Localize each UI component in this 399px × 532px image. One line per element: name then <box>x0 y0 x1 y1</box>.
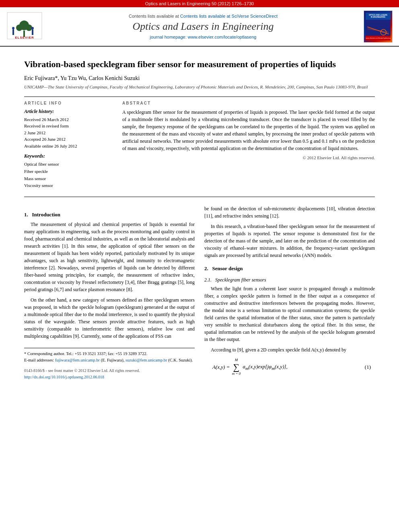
keywords-section: Keywords: Optical fiber sensor Fiber spe… <box>24 153 113 189</box>
formula-right: am(x,y)exp[jφm(x,y)], <box>243 363 288 372</box>
right-column: be found on the detection of sub-microme… <box>204 205 375 380</box>
article-title: Vibration-based specklegram fiber sensor… <box>24 59 375 70</box>
formula-number: (1) <box>365 363 375 371</box>
journal-reference-text: Optics and Lasers in Engineering 50 (201… <box>145 1 254 6</box>
email-label: E-mail addresses: <box>24 358 54 362</box>
intro-para2: On the other hand, a new category of sen… <box>24 296 195 340</box>
authors-text: Eric Fujiwara*, Yu Tzu Wu, Carlos Kenich… <box>24 75 140 81</box>
keyword-1: Optical fiber sensor <box>24 161 113 168</box>
abstract-heading: ABSTRACT <box>122 101 375 105</box>
svg-rect-7 <box>32 29 33 35</box>
email2-name: (C.K. Suzuki). <box>168 358 193 362</box>
svg-point-3 <box>16 25 23 31</box>
svg-text:www.elsevier.com/locate/optlas: www.elsevier.com/locate/optlaseng <box>366 37 391 39</box>
doi-line[interactable]: http://dx.doi.org/10.1016/j.optlaseng.20… <box>24 374 195 380</box>
affiliation: UNICAMP—The State University of Campinas… <box>24 84 375 90</box>
email2[interactable]: suzuki@fem.unicamp.br <box>125 358 167 362</box>
section1-title: Introduction <box>32 212 61 218</box>
section2-number: 2. <box>204 265 208 271</box>
body-divider <box>24 197 375 197</box>
section2-title: Sensor design <box>212 265 243 271</box>
journal-cover-image: OPTICS AND LASERS IN ENGINEERING www.els… <box>364 10 393 43</box>
keyword-4: Viscosity sensor <box>24 182 113 189</box>
footnote-area: * Corresponding author. Tel.: +55 19 352… <box>24 348 195 364</box>
svg-point-8 <box>31 27 34 29</box>
journal-header: ELSEVIER Contents lists available at Con… <box>0 7 399 47</box>
svg-text:OPTICS AND LASERS: OPTICS AND LASERS <box>369 14 387 16</box>
svg-text:IN ENGINEERING: IN ENGINEERING <box>371 16 386 18</box>
journal-title: Optics and Lasers in Engineering <box>47 20 359 33</box>
formula-1: A(x,y) = M ∑ m = 0 am(x,y)exp[jφm(x,y)],… <box>204 357 375 376</box>
article-meta-section: ARTICLE INFO Article history: Received 2… <box>24 101 375 189</box>
section2-1-number: 2.1. <box>204 277 212 283</box>
intro-para1: The measurement of physical and chemical… <box>24 221 195 293</box>
intro-right-para1: be found on the detection of sub-microme… <box>204 205 375 220</box>
header-divider <box>24 97 375 97</box>
bottom-bar: 0143-8166/$ - see front matter © 2012 El… <box>24 368 195 380</box>
email1[interactable]: fujiwara@fem.unicamp.br <box>55 358 100 362</box>
elsevier-logo: ELSEVIER <box>6 12 43 41</box>
sum-symbol: ∑ <box>233 363 240 371</box>
accepted-date: Accepted 26 June 2012 <box>24 136 113 143</box>
journal-center-block: Contents lists available at Contents lis… <box>47 14 359 39</box>
available-date: Available online 26 July 2012 <box>24 143 113 150</box>
section2-1-para2: According to [9], given a 2D complex spe… <box>204 346 375 353</box>
section2-1-heading: 2.1. Specklegram fiber sensors <box>204 276 375 283</box>
copyright-line: © 2012 Elsevier Ltd. All rights reserved… <box>122 155 375 160</box>
received-date: Received 26 March 2012 <box>24 116 113 123</box>
article-info-panel: ARTICLE INFO Article history: Received 2… <box>24 101 113 189</box>
keyword-2: Fiber speckle <box>24 168 113 175</box>
history-heading: Article history: <box>24 109 113 115</box>
body-columns: 1. Introduction The measurement of physi… <box>24 205 375 380</box>
svg-point-6 <box>12 27 14 29</box>
keyword-3: Mass sensor <box>24 175 113 183</box>
formula-left: A(x,y) = <box>212 363 230 371</box>
svg-point-4 <box>26 25 32 31</box>
revised-date: 2 June 2012 <box>24 129 113 136</box>
section1-number: 1. <box>24 212 28 218</box>
email1-name: (E. Fujiwara), <box>101 358 125 362</box>
section2-1-para1: When the light from a coherent laser sou… <box>204 285 375 343</box>
sum-subscript: m = 0 <box>232 371 241 377</box>
intro-right-para2: In this research, a vibration-based fibe… <box>204 223 375 259</box>
sciverse-link[interactable]: Contents lists available at SciVerse Sci… <box>180 14 278 18</box>
authors-line: Eric Fujiwara*, Yu Tzu Wu, Carlos Kenich… <box>24 75 375 82</box>
journal-homepage: journal homepage: www.elsevier.com/locat… <box>47 35 359 39</box>
section2-heading: 2. Sensor design <box>204 265 375 273</box>
page-content: Vibration-based specklegram fiber sensor… <box>0 47 399 388</box>
formula-row: A(x,y) = M ∑ m = 0 am(x,y)exp[jφm(x,y)],… <box>204 357 375 376</box>
revised-label: Received in revised form <box>24 123 113 129</box>
keywords-heading: Keywords: <box>24 153 113 159</box>
svg-text:ELSEVIER: ELSEVIER <box>15 36 34 39</box>
section1-heading: 1. Introduction <box>24 211 195 219</box>
article-info-heading: ARTICLE INFO <box>24 101 113 105</box>
formula-sum: M ∑ m = 0 <box>232 357 241 376</box>
journal-reference-bar: Optics and Lasers in Engineering 50 (201… <box>0 0 399 7</box>
abstract-text: A specklegram fiber sensor for the measu… <box>122 109 375 152</box>
left-column: 1. Introduction The measurement of physi… <box>24 205 195 380</box>
corresponding-author-note: * Corresponding author. Tel.: +55 19 352… <box>24 351 195 357</box>
abstract-panel: ABSTRACT A specklegram fiber sensor for … <box>122 101 375 189</box>
section2-1-title: Specklegram fiber sensors <box>215 277 266 283</box>
email-line: E-mail addresses: fujiwara@fem.unicamp.b… <box>24 357 195 364</box>
issn-line: 0143-8166/$ - see front matter © 2012 El… <box>24 368 195 374</box>
homepage-url[interactable]: www.elsevier.com/locate/optlaseng <box>188 35 257 39</box>
sciverse-line: Contents lists available at Contents lis… <box>47 14 359 18</box>
svg-rect-5 <box>12 29 14 35</box>
